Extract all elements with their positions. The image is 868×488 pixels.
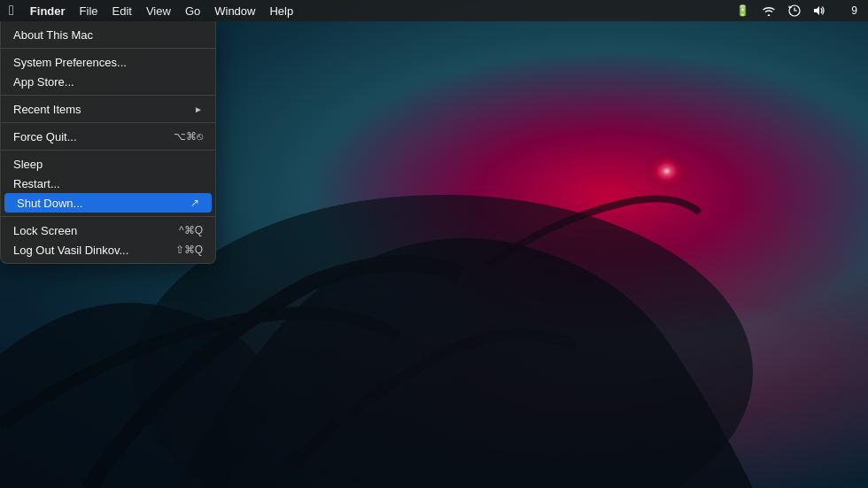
force-quit-shortcut: ⌥⌘⎋ [174, 130, 203, 143]
menubar-edit[interactable]: Edit [105, 0, 139, 21]
menu-separator-1 [1, 48, 215, 49]
clock-display[interactable]: 9 [834, 0, 861, 21]
menubar-help[interactable]: Help [262, 0, 300, 21]
menu-item-recent-items[interactable]: Recent Items ► [1, 99, 215, 119]
menubar:  Finder File Edit View Go Window Help 🔋 [0, 0, 868, 21]
menubar-window[interactable]: Window [207, 0, 262, 21]
submenu-arrow-icon: ► [194, 105, 203, 114]
menu-item-restart[interactable]: Restart... [1, 174, 215, 193]
log-out-shortcut: ⇧⌘Q [175, 244, 203, 256]
wifi-icon[interactable] [758, 0, 779, 21]
menubar-right: 🔋 9 [732, 0, 868, 21]
menubar-left:  Finder File Edit View Go Window Help [0, 0, 732, 21]
apple-logo-icon:  [9, 3, 14, 19]
battery-icon[interactable]: 🔋 [732, 0, 753, 21]
apple-dropdown-menu: About This Mac System Preferences... App… [0, 21, 216, 264]
menu-item-force-quit[interactable]: Force Quit... ⌥⌘⎋ [1, 127, 215, 146]
time-machine-icon[interactable] [785, 0, 804, 21]
cursor-indicator: ↗ [190, 197, 199, 209]
menu-item-system-preferences[interactable]: System Preferences... [1, 52, 215, 72]
lock-screen-shortcut: ^⌘Q [179, 224, 203, 236]
menu-separator-3 [1, 122, 215, 123]
volume-icon[interactable] [810, 0, 829, 21]
menu-item-lock-screen[interactable]: Lock Screen ^⌘Q [1, 221, 215, 240]
svg-point-1 [563, 124, 705, 248]
menu-item-sleep[interactable]: Sleep [1, 154, 215, 174]
menubar-view[interactable]: View [139, 0, 178, 21]
menu-item-app-store[interactable]: App Store... [1, 72, 215, 91]
menu-separator-2 [1, 95, 215, 96]
menubar-go[interactable]: Go [178, 0, 207, 21]
menu-separator-5 [1, 216, 215, 217]
apple-menu-button[interactable]:  [0, 0, 23, 21]
menubar-finder[interactable]: Finder [23, 0, 73, 21]
menu-item-shut-down[interactable]: Shut Down... ↗ [4, 193, 212, 213]
menu-item-about-this-mac[interactable]: About This Mac [1, 25, 215, 44]
menu-separator-4 [1, 150, 215, 151]
menu-item-log-out[interactable]: Log Out Vasil Dinkov... ⇧⌘Q [1, 240, 215, 259]
menubar-file[interactable]: File [73, 0, 105, 21]
